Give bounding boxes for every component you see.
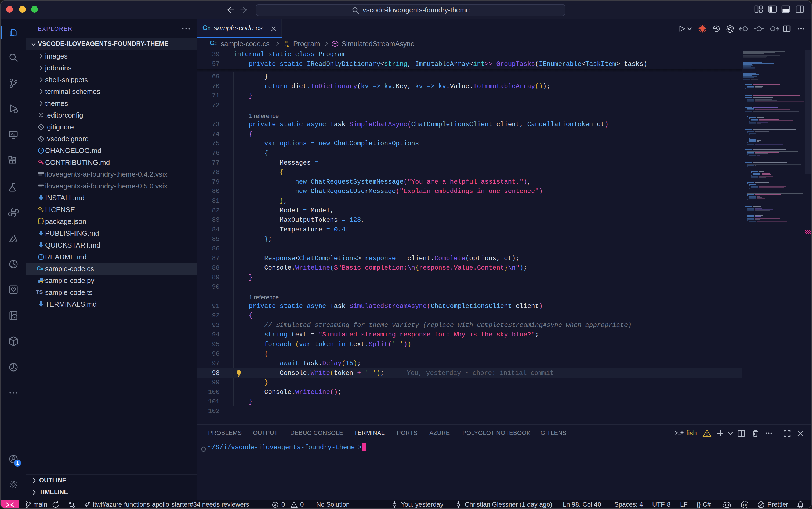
svg-text:C#: C# (743, 503, 747, 507)
